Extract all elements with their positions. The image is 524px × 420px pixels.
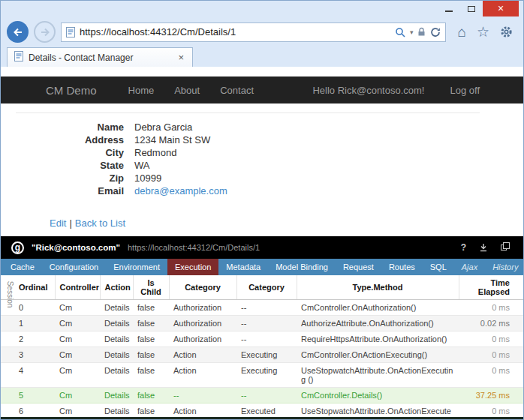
field-label: Email: [16, 184, 134, 197]
column-header[interactable]: Is Child: [133, 275, 169, 299]
glimpse-tab[interactable]: Environment: [106, 259, 167, 275]
cell-ordinal: 2: [1, 331, 55, 346]
column-header[interactable]: Time Elapsed: [459, 275, 523, 299]
help-icon[interactable]: ?: [461, 242, 466, 253]
cell-action: Details: [100, 362, 133, 387]
field-value: 10999: [134, 172, 161, 184]
browser-chrome: × https://localhost:44312/Cm/Details/1 ▾: [1, 1, 523, 67]
cell-category-1: --: [169, 387, 236, 403]
glimpse-tab[interactable]: Ajax: [454, 259, 485, 275]
search-icon[interactable]: [395, 27, 405, 38]
glimpse-tab[interactable]: Configuration: [42, 259, 106, 275]
glimpse-header-icons: ?: [461, 242, 513, 253]
minimize-icon: [445, 10, 453, 12]
contact-fields: NameDebra GarciaAddress1234 Main St SWCi…: [16, 121, 508, 197]
column-header[interactable]: Action: [100, 275, 133, 299]
back-to-list-link[interactable]: Back to List: [75, 218, 125, 229]
cell-type-method: RequireHttpsAttribute.OnAuthorization(): [297, 331, 459, 346]
forward-button[interactable]: [34, 21, 56, 43]
cell-controller: Cm: [55, 315, 100, 331]
field-value: debra@example.com: [134, 184, 227, 197]
navbar-link[interactable]: Home: [128, 85, 155, 96]
field-value: 1234 Main St SW: [134, 134, 210, 146]
glimpse-logo-icon[interactable]: g: [11, 242, 24, 254]
settings-gear-icon[interactable]: [500, 26, 513, 38]
field-label: Name: [16, 121, 134, 134]
navbar-link[interactable]: Contact: [220, 85, 254, 96]
page-content: CM Demo HomeAboutContact Hello Rick@cont…: [1, 67, 523, 419]
minimize-button[interactable]: [438, 1, 460, 16]
navbar-brand[interactable]: CM Demo: [46, 84, 97, 97]
cell-category-2: Executing: [236, 362, 297, 387]
cell-action: Details: [100, 315, 133, 331]
cell-is-child: false: [133, 299, 169, 315]
export-download-icon[interactable]: [479, 243, 488, 252]
column-header[interactable]: Controller: [55, 275, 100, 299]
tab-favicon-icon: [14, 51, 23, 64]
address-bar[interactable]: https://localhost:44312/Cm/Details/1 ▾: [61, 22, 446, 42]
browser-window: × https://localhost:44312/Cm/Details/1 ▾: [0, 0, 524, 420]
glimpse-url: https://localhost:44312/Cm/Details/1: [128, 243, 260, 252]
lock-icon[interactable]: [417, 27, 426, 37]
execution-row[interactable]: 4CmDetailsfalseActionExecutingUseStopwat…: [1, 362, 523, 387]
forward-arrow-icon: [39, 26, 51, 38]
cell-is-child: false: [133, 331, 169, 346]
glimpse-tab[interactable]: Execution: [167, 259, 218, 275]
glimpse-tab[interactable]: Routes: [381, 259, 423, 275]
execution-row[interactable]: 3CmDetailsfalseActionExecutingCmControll…: [1, 346, 523, 362]
url-text[interactable]: https://localhost:44312/Cm/Details/1: [80, 26, 390, 38]
field-value: Debra Garcia: [134, 121, 192, 134]
favorites-star-icon[interactable]: ☆: [477, 25, 489, 39]
home-icon[interactable]: ⌂: [457, 25, 465, 39]
maximize-button[interactable]: [460, 1, 483, 16]
cell-type-method: UseStopwatchAttribute.OnActionExecuting …: [297, 362, 459, 387]
glimpse-tab[interactable]: Model Binding: [268, 259, 336, 275]
glimpse-header: g "Rick@contoso.com" https://localhost:4…: [1, 236, 523, 259]
cell-action: Details: [100, 299, 133, 315]
execution-row[interactable]: 2CmDetailsfalseAuthorization--RequireHtt…: [1, 331, 523, 346]
session-vertical-label: Session: [6, 276, 14, 314]
divider: [16, 112, 480, 113]
browser-tab[interactable]: Details - Contact Manager ×: [7, 47, 193, 67]
cell-category-1: Action: [169, 362, 236, 387]
popout-window-icon[interactable]: [501, 244, 507, 250]
tab-title: Details - Contact Manager: [29, 52, 171, 63]
column-header[interactable]: Category: [169, 275, 236, 299]
navbar-links: HomeAboutContact: [128, 85, 254, 96]
titlebar[interactable]: ×: [1, 1, 523, 20]
cell-ordinal: 4: [1, 362, 55, 387]
execution-row[interactable]: 0CmDetailsfalseAuthorization--CmControll…: [1, 299, 523, 315]
cell-controller: Cm: [55, 387, 100, 403]
back-button[interactable]: [7, 21, 29, 43]
glimpse-tab[interactable]: Cache: [3, 259, 42, 275]
cell-ordinal: 5: [1, 387, 55, 403]
cell-is-child: false: [133, 346, 169, 362]
glimpse-tab[interactable]: Metadata: [218, 259, 268, 275]
logoff-link[interactable]: Log off: [450, 85, 480, 96]
edit-link[interactable]: Edit: [50, 218, 66, 229]
table-header-row: OrdinalControllerActionIs ChildCategoryC…: [1, 275, 523, 299]
glimpse-tab[interactable]: History: [485, 259, 523, 275]
glimpse-tab[interactable]: SQL: [423, 259, 454, 275]
tab-close-icon[interactable]: ×: [176, 52, 185, 63]
cell-category-2: --: [236, 315, 297, 331]
cell-controller: Cm: [55, 362, 100, 387]
execution-row[interactable]: 5CmDetailsfalse----CmController.Details(…: [1, 387, 523, 403]
close-button[interactable]: ×: [483, 1, 519, 16]
execution-row[interactable]: 1CmDetailsfalseAuthorization--AuthorizeA…: [1, 315, 523, 331]
column-header[interactable]: Category: [236, 275, 297, 299]
cell-is-child: false: [133, 315, 169, 331]
cell-time-elapsed: 37.25 ms: [459, 387, 523, 403]
column-header[interactable]: Type.Method: [297, 275, 459, 299]
user-greeting-link[interactable]: Hello Rick@contoso.com!: [312, 85, 424, 96]
refresh-icon[interactable]: [430, 27, 441, 38]
cell-action: Details: [100, 346, 133, 362]
cell-category-1: Action: [169, 346, 236, 362]
detail-row: StateWA: [16, 159, 508, 172]
navbar-link[interactable]: About: [174, 85, 200, 96]
glimpse-tab[interactable]: Request: [336, 259, 381, 275]
cell-type-method: CmController.OnAuthorization(): [297, 299, 459, 315]
search-dropdown-icon[interactable]: ▾: [410, 28, 414, 36]
cell-time-elapsed: 0 ms: [459, 346, 523, 362]
detail-row: Emaildebra@example.com: [16, 184, 508, 197]
